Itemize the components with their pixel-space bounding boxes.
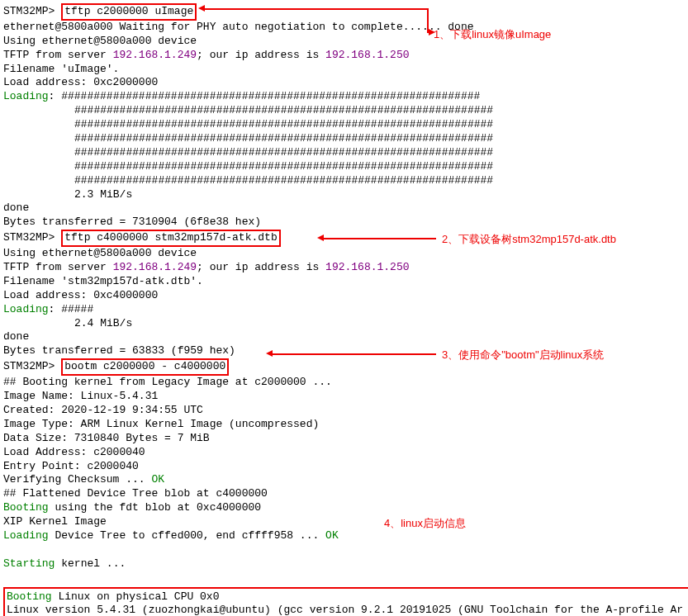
annotation-3: 3、使用命令"bootm"启动linux系统 (442, 348, 604, 362)
boot-l1: Booting Linux on physical CPU 0x0 (7, 590, 688, 604)
arrow2 (323, 238, 436, 239)
ip-client: 192.168.1.250 (325, 49, 409, 61)
out-l1: ethernet@5800a000 Waiting for PHY auto n… (3, 21, 688, 35)
hash-5: ########################################… (3, 146, 688, 160)
prompt-line-1: STM32MP> tftp c2000000 uImage (3, 3, 688, 21)
out-l5: Load address: 0xc2000000 (3, 76, 688, 90)
out-l11a: Image Name: Linux-5.4.31 (3, 390, 688, 404)
loading-line2: Loading: ##### (3, 303, 688, 317)
cmd1: tftp c2000000 uImage (64, 5, 193, 17)
hash-4: ########################################… (3, 132, 688, 146)
out-l11g: Verifying Checksum ... OK (3, 473, 688, 487)
blank (3, 543, 688, 557)
out-l2b: Using ethernet@5800a000 device (3, 247, 688, 261)
arrow1-head (198, 5, 205, 12)
out-l12: ## Flattened Device Tree blob at c400000… (3, 487, 688, 501)
out-l8: Load address: 0xc4000000 (3, 289, 688, 303)
cmd2-box: tftp c4000000 stm32mp157d-atk.dtb (61, 230, 280, 247)
out-l3c: TFTP from server 192.168.1.249; our ip a… (3, 261, 688, 275)
cmd3: bootm c2000000 - c4000000 (64, 360, 225, 372)
out-l2: Using ethernet@5800a000 device (3, 35, 688, 49)
out-l3: TFTP from server 192.168.1.249; our ip a… (3, 49, 688, 63)
ip-server: 192.168.1.249 (113, 49, 197, 61)
annotation-1: 1、下载linux镜像uImage (434, 27, 551, 42)
out-l11b: Created: 2020-12-19 9:34:55 UTC (3, 404, 688, 418)
hash-7: ########################################… (3, 174, 688, 188)
out-l11e: Load Address: c2000040 (3, 446, 688, 460)
arrow2-head (317, 235, 324, 241)
prompt-text: STM32MP> (3, 5, 55, 17)
cmd3-box: bootm c2000000 - c4000000 (61, 358, 229, 376)
annotation-4: 4、linux启动信息 (384, 516, 466, 531)
cmd2: tftp c4000000 stm32mp157d-atk.dtb (64, 231, 277, 244)
done1: done (3, 201, 688, 216)
arrow3 (272, 353, 436, 355)
out-l14: XIP Kernel Image (3, 515, 688, 529)
out-l13: Booting using the fdt blob at 0xc4000000 (3, 501, 688, 515)
out-l7: Filename 'stm32mp157d-atk.dtb'. (3, 275, 688, 289)
loading-line: Loading: ###############################… (3, 90, 688, 104)
out-l6: Bytes transferred = 7310904 (6f8e38 hex) (3, 216, 688, 230)
out-l10: ## Booting kernel from Legacy Image at c… (3, 376, 688, 390)
out-l16: Starting kernel ... (3, 557, 688, 571)
speed2: 2.4 MiB/s (3, 317, 688, 331)
arrow1-head2 (429, 29, 435, 36)
arrow3-head (266, 350, 273, 357)
out-l11c: Image Type: ARM Linux Kernel Image (unco… (3, 418, 688, 432)
out-l11d: Data Size: 7310840 Bytes = 7 MiB (3, 432, 688, 446)
ok-text: OK (151, 473, 164, 486)
out-l15: Loading Device Tree to cffed000, end cff… (3, 529, 688, 543)
cmd1-box: tftp c2000000 uImage (61, 3, 197, 21)
annotation-2: 2、下载设备树stm32mp157d-atk.dtb (442, 232, 616, 247)
hash-2: ########################################… (3, 104, 688, 118)
blank2 (3, 571, 688, 585)
done2: done (3, 330, 688, 344)
hash-6: ########################################… (3, 160, 688, 174)
speed1: 2.3 MiB/s (3, 188, 688, 202)
hash-3: ########################################… (3, 118, 688, 132)
boot-l2: Linux version 5.4.31 (zuozhongkai@ubuntu… (7, 604, 688, 616)
out-l4: Filename 'uImage'. (3, 63, 688, 77)
boot-output-box: Booting Linux on physical CPU 0x0 Linux … (3, 587, 688, 616)
arrow1 (204, 8, 427, 10)
out-l11f: Entry Point: c2000040 (3, 460, 688, 474)
